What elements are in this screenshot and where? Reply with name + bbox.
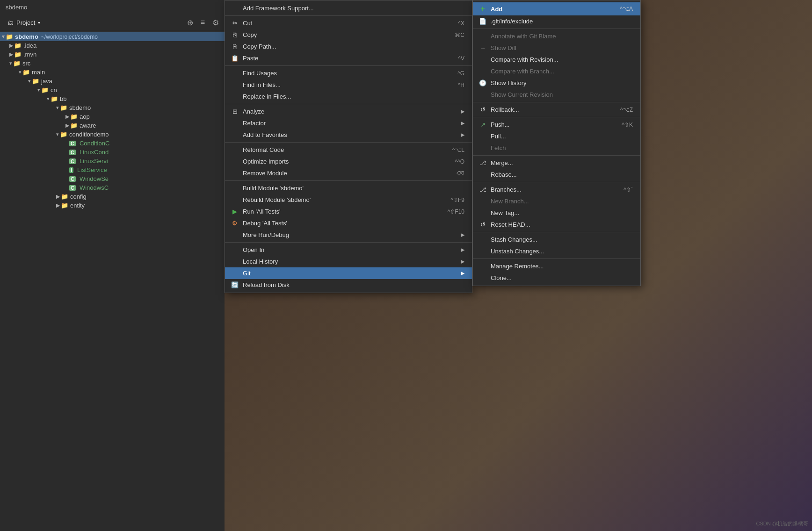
tree-item-cn[interactable]: ▾ 📁 cn (0, 86, 225, 94)
git-menu-push[interactable]: ↗ Push... ^⇧K (473, 119, 640, 130)
tree-item-aop[interactable]: ▶ 📁 aop (0, 112, 225, 121)
app-title: sbdemo (0, 0, 225, 14)
git-menu-show-current-revision: Show Current Revision (473, 89, 640, 100)
git-sep-3 (473, 117, 640, 117)
menu-refactor[interactable]: Refactor ▶ (225, 117, 472, 129)
git-menu-new-tag[interactable]: New Tag... (473, 207, 640, 219)
menu-sep-3 (225, 104, 472, 104)
menu-cut[interactable]: ✂ Cut ^X (225, 17, 472, 29)
menu-replace-in-files[interactable]: Replace in Files... (225, 91, 472, 102)
git-menu-stash[interactable]: Stash Changes... (473, 234, 640, 245)
menu-add-to-favorites[interactable]: Add to Favorites ▶ (225, 129, 472, 141)
menu-copy-path[interactable]: ⎘ Copy Path... (225, 41, 472, 52)
git-menu-annotate: Annotate with Git Blame (473, 30, 640, 42)
menu-build-module[interactable]: Build Module 'sbdemo' (225, 182, 472, 194)
paste-icon: 📋 (231, 55, 239, 62)
cut-icon: ✂ (231, 20, 239, 27)
git-menu-new-branch: New Branch... (473, 195, 640, 207)
git-menu-manage-remotes[interactable]: Manage Remotes... (473, 260, 640, 272)
git-sep-7 (473, 258, 640, 259)
menu-more-run-debug[interactable]: More Run/Debug ▶ (225, 229, 472, 241)
menu-paste[interactable]: 📋 Paste ^V (225, 52, 472, 64)
git-menu-merge[interactable]: ⎇ Merge... (473, 157, 640, 169)
git-menu-add[interactable]: + Add ^⌥A (473, 2, 640, 15)
tree-item-conditionc[interactable]: C ConditionC (0, 139, 225, 148)
menu-add-framework[interactable]: Add Framework Support... (225, 2, 472, 14)
file-tree: ▾ 📁 sbdemo ~/work/project/sbdemo ▶ 📁 .id… (0, 31, 225, 211)
sidebar-toolbar: 🗂 Project ▾ ⊕ ≡ ⚙ (0, 14, 225, 31)
reset-head-icon: ↺ (478, 221, 487, 228)
menu-sep-2 (225, 65, 472, 66)
tree-item-listservice[interactable]: I ListService (0, 165, 225, 174)
git-sep-6 (473, 232, 640, 232)
git-menu-rebase[interactable]: Rebase... (473, 169, 640, 180)
gear-btn[interactable]: ⚙ (210, 17, 221, 28)
menu-git[interactable]: Git ▶ (225, 267, 472, 279)
reload-icon: 🔄 (231, 281, 239, 288)
collapse-all-btn[interactable]: ≡ (199, 17, 207, 28)
tree-item-src[interactable]: ▾ 📁 src (0, 59, 225, 68)
git-menu-compare-revision[interactable]: Compare with Revision... (473, 54, 640, 65)
tree-item-winodwsc[interactable]: C WinodwsC (0, 183, 225, 192)
tree-item-linuxservi[interactable]: C LinuxServi (0, 157, 225, 165)
copy-icon: ⎘ (231, 31, 239, 38)
menu-remove-module[interactable]: Remove Module ⌫ (225, 167, 472, 179)
menu-rebuild-module[interactable]: Rebuild Module 'sbdemo' ^⇧F9 (225, 194, 472, 206)
show-diff-icon: → (478, 44, 487, 51)
menu-open-in[interactable]: Open In ▶ (225, 244, 472, 256)
tree-item-sbdemo[interactable]: ▾ 📁 sbdemo (0, 103, 225, 112)
menu-find-in-files[interactable]: Find in Files... ^H (225, 79, 472, 91)
git-submenu: + Add ^⌥A 📄 .git/info/exclude Annotate w… (472, 0, 641, 286)
rollback-icon: ↺ (478, 106, 487, 113)
git-menu-clone[interactable]: Clone... (473, 272, 640, 284)
menu-copy[interactable]: ⎘ Copy ⌘C (225, 29, 472, 41)
git-menu-branches[interactable]: ⎇ Branches... ^⇧` (473, 184, 640, 195)
push-icon: ↗ (478, 121, 487, 128)
tree-item-idea[interactable]: ▶ 📁 .idea (0, 41, 225, 50)
tree-item-bb[interactable]: ▾ 📁 bb (0, 94, 225, 103)
tree-item-main[interactable]: ▾ 📁 main (0, 68, 225, 77)
branches-icon: ⎇ (478, 186, 487, 193)
git-menu-show-history[interactable]: 🕐 Show History (473, 77, 640, 89)
git-menu-show-diff: → Show Diff (473, 42, 640, 54)
project-label[interactable]: 🗂 Project ▾ (4, 16, 44, 29)
run-icon: ▶ (231, 208, 239, 215)
git-sep-1 (473, 29, 640, 29)
menu-debug-all-tests[interactable]: ⚙ Debug 'All Tests' (225, 217, 472, 229)
menu-sep-4 (225, 142, 472, 143)
menu-sep-1 (225, 15, 472, 16)
menu-reload-from-disk[interactable]: 🔄 Reload from Disk (225, 279, 472, 291)
debug-icon: ⚙ (231, 220, 239, 227)
menu-optimize-imports[interactable]: Optimize Imports ^^O (225, 156, 472, 167)
git-menu-info-exclude[interactable]: 📄 .git/info/exclude (473, 15, 640, 27)
menu-reformat-code[interactable]: Reformat Code ^⌥L (225, 144, 472, 156)
tree-item-mvn[interactable]: ▶ 📁 .mvn (0, 50, 225, 59)
more-run-arrow: ▶ (461, 232, 464, 238)
analyze-arrow: ▶ (461, 108, 464, 115)
git-menu-pull[interactable]: Pull... (473, 130, 640, 142)
tree-item-linuxcond[interactable]: C LinuxCond (0, 148, 225, 157)
favorites-arrow: ▶ (461, 132, 464, 138)
folder-icon-small: 🗂 (7, 19, 14, 26)
git-menu-reset-head[interactable]: ↺ Reset HEAD... (473, 219, 640, 230)
tree-item-windowse[interactable]: C WindowSe (0, 174, 225, 183)
git-menu-rollback[interactable]: ↺ Rollback... ^⌥Z (473, 104, 640, 115)
tree-item-java[interactable]: ▾ 📁 java (0, 77, 225, 86)
menu-sep-6 (225, 242, 472, 243)
menu-run-all-tests[interactable]: ▶ Run 'All Tests' ^⇧F10 (225, 206, 472, 217)
merge-icon: ⎇ (478, 159, 487, 166)
tree-item-aware[interactable]: ▶ 📁 aware (0, 121, 225, 130)
tree-item-conditiondemo[interactable]: ▾ 📁 conditiondemo (0, 130, 225, 139)
tree-item-config[interactable]: ▶ 📁 config (0, 192, 225, 201)
menu-analyze[interactable]: ⊞ Analyze ▶ (225, 106, 472, 117)
menu-find-usages[interactable]: Find Usages ^G (225, 67, 472, 79)
add-icon: + (478, 5, 487, 13)
menu-local-history[interactable]: Local History ▶ (225, 256, 472, 267)
tree-root[interactable]: ▾ 📁 sbdemo ~/work/project/sbdemo (0, 32, 225, 41)
local-history-arrow: ▶ (461, 258, 464, 265)
tree-item-entity[interactable]: ▶ 📁 entity (0, 201, 225, 210)
git-sep-2 (473, 102, 640, 102)
git-menu-unstash[interactable]: Unstash Changes... (473, 245, 640, 257)
refactor-arrow: ▶ (461, 120, 464, 126)
scroll-from-source-btn[interactable]: ⊕ (185, 17, 195, 28)
